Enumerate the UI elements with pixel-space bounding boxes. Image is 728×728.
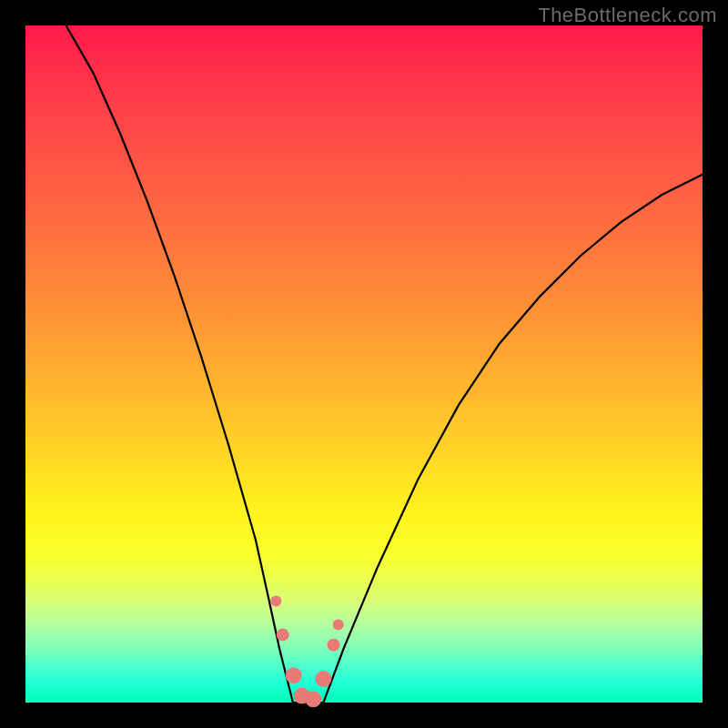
curve-right-branch (323, 175, 703, 703)
marker-6 (328, 639, 340, 652)
marker-4 (305, 691, 321, 707)
marker-5 (315, 671, 331, 687)
marker-7 (333, 619, 344, 630)
marker-2 (286, 667, 302, 683)
curve-layer (25, 25, 703, 703)
watermark-label: TheBottleneck.com (538, 4, 717, 27)
curve-left-branch (66, 25, 293, 703)
outer-frame: TheBottleneck.com (0, 0, 728, 728)
marker-0 (270, 595, 281, 606)
marker-1 (277, 629, 289, 642)
